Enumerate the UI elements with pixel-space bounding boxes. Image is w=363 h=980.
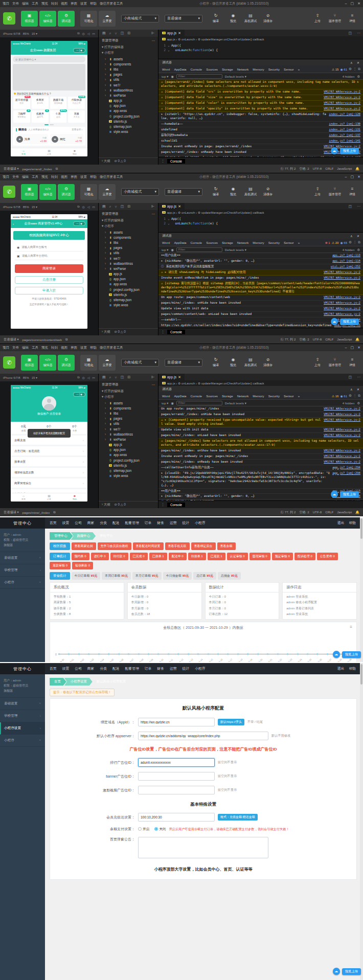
tree-item[interactable]: utils [99,421,158,426]
scene-dropdown[interactable]: 普通编译▾ [165,359,202,367]
tree-item[interactable]: assets [99,230,158,235]
close-icon[interactable]: ✕ [357,388,359,391]
nav-right-item[interactable]: 退出 [337,520,345,526]
chart-point[interactable] [88,653,89,655]
quick-action-button[interactable]: 查看手机关联 [165,542,190,550]
menu-item[interactable]: 编辑 [22,346,29,350]
recharge-input[interactable] [138,813,215,822]
feature-grid-item[interactable]: 跑腿市场校园跑腿 [50,97,67,109]
console-source-link[interactable]: index.js? [sm]:130 [329,122,360,126]
console-source-link[interactable]: VM1787 WAService.js:2 [324,270,360,275]
filter-input[interactable] [176,74,222,79]
gear-icon[interactable]: ⚙ [349,240,352,244]
compile-mode[interactable]: 普通编译 ▾ [4,337,19,342]
tree-item[interactable]: components [99,235,158,240]
nav-right-item[interactable]: 帮助 [349,666,356,671]
toolbar-action-button[interactable]: ⊘清缓存 [260,184,276,200]
console-source-link[interactable]: VM1787 WAService.js:2 [324,295,360,300]
merchant-login-button[interactable]: 商家登录 [15,264,83,273]
menu-item[interactable]: 帮助 [90,346,97,350]
order-stat-chip[interactable]: 预约单 0 [72,553,89,560]
breadcrumb-chip[interactable]: 小程序设置 [64,678,93,686]
nav-item[interactable]: 分类 [97,519,109,527]
nav-item[interactable]: 公司 [72,665,84,673]
console-source-link[interactable]: VM1787 WAService.js:2 [324,407,360,411]
compile-mode-dropdown[interactable]: 小商城模式▾ [121,359,159,367]
debugger-tab[interactable]: » [296,392,302,399]
tree-item[interactable]: pages [99,416,158,421]
debugger-tab[interactable]: Sources [204,65,220,73]
cloud-icon[interactable]: ☁ [333,651,340,658]
nav-right-item[interactable]: 退出 [337,666,345,671]
breadcrumb-chip[interactable]: 首页 [50,678,66,686]
console-source-link[interactable]: VM1787 WAService.js:2 [324,428,360,432]
console-source-link[interactable]: VM1787 WAService.js:2 [324,307,360,311]
tree-item[interactable]: sitemap.json [99,468,158,473]
tree-item[interactable]: app.json [99,447,158,452]
brand[interactable]: 管理中心 [0,663,45,674]
toolbar-tab[interactable]: ☁云开发 [99,184,116,200]
menu-item[interactable]: 工具 [32,346,38,350]
chart-point[interactable] [227,653,229,655]
nav-item[interactable]: 财务 [154,519,167,527]
levels-dropdown[interactable]: Default levels ▾ [225,248,246,252]
editor-tab[interactable]: JSapp.js✕ [158,374,185,380]
console-source-link[interactable]: VM1787 WAService.js:2 [324,460,360,464]
debugger-tab[interactable]: Storage [220,65,235,73]
chart-point[interactable] [148,653,149,655]
console-source-link[interactable]: VM1787 WAService.js:2 [324,418,360,422]
quick-action-button[interactable]: 查看余额 [217,542,236,550]
split-icon[interactable]: ◫ [346,204,354,209]
menu-item[interactable]: 编辑 [22,2,29,6]
tree-item[interactable]: project.config.json [99,458,158,463]
menu-item[interactable]: 微信开发者工具 [100,175,123,179]
cloud-icon[interactable]: ☁ [331,147,338,154]
nav-item[interactable]: 小程序 [192,665,208,673]
toolbar-tab[interactable]: ⚙调试器 [58,11,75,27]
compile-mode-dropdown[interactable]: 小商城模式▾ [121,188,159,196]
tree-item[interactable]: app.json [99,103,158,108]
account-field[interactable]: ◉请输入商家平台账号 [15,243,83,252]
menu-item[interactable]: 设置 [80,346,87,350]
menu-item[interactable]: 预览 [41,175,48,179]
toolbar-action-button[interactable]: ◉预览 [225,355,241,371]
toolbar-tab[interactable]: ▦可视化 [80,11,97,27]
tree-item[interactable]: we7/ [99,256,158,261]
console-source-link[interactable]: api.js? [sm]:114 [332,259,360,263]
menu-item[interactable]: 界面 [71,175,77,179]
close-icon[interactable]: ✕ [178,31,181,35]
menu-item[interactable]: 转到 [51,2,58,6]
toolbar-tab[interactable]: </>编辑器 [39,355,56,371]
debugger-tab[interactable]: Wxml [160,392,172,399]
tree-item[interactable]: we7/ [99,82,158,87]
opened-editors-section[interactable]: ▾ 打开的编辑器 [99,44,158,50]
debugger-tab[interactable]: Security [266,392,282,399]
sidebar-menu-item[interactable]: 基础设置˅ [0,698,45,710]
debugger-tab[interactable]: Storage [220,392,235,399]
tab-home[interactable]: ⌂首页 [11,148,36,156]
appserver-input[interactable] [138,732,268,740]
menu-item[interactable]: 视图 [61,346,67,350]
tree-item[interactable]: wuBaseWxss [99,87,158,93]
console-source-link[interactable]: VM1787 WAService.js:2 [324,301,360,305]
menu-item[interactable]: 项目 [3,2,9,6]
order-stat-chip[interactable]: 公告发布 0 [317,553,338,560]
sidebar-menu-item[interactable]: 小程序˅ [0,735,45,747]
nav-item[interactable]: 首页 [47,519,59,527]
kebab-icon[interactable]: ⋮ [353,240,357,244]
toolbar-action-button[interactable]: ▤真机调试 [243,355,258,371]
scrollbar[interactable] [360,663,363,980]
explorer-toolbar[interactable]: ▤⌕⑂◫⊟⊩ [99,30,158,37]
tree-item[interactable]: sitemap.json [99,297,158,302]
tree-item[interactable]: libs [99,411,158,416]
kebab-icon[interactable]: ⋮ [161,159,165,163]
tree-item[interactable]: app.wxss [99,108,158,113]
feature-grid-item[interactable]: 多商家多元化 [32,97,49,109]
menu-item[interactable]: 文件 [12,175,19,179]
split-icon[interactable]: ◫ [346,31,354,35]
nav-item[interactable]: 配餐管理 [123,519,142,527]
tree-item[interactable]: we7/ [99,426,158,431]
debugger-tab[interactable]: Sensor [282,392,296,399]
tree-item[interactable]: wxParse [99,93,158,98]
feature-grid-item[interactable]: 省优惠券薅羊毛 [32,110,49,123]
